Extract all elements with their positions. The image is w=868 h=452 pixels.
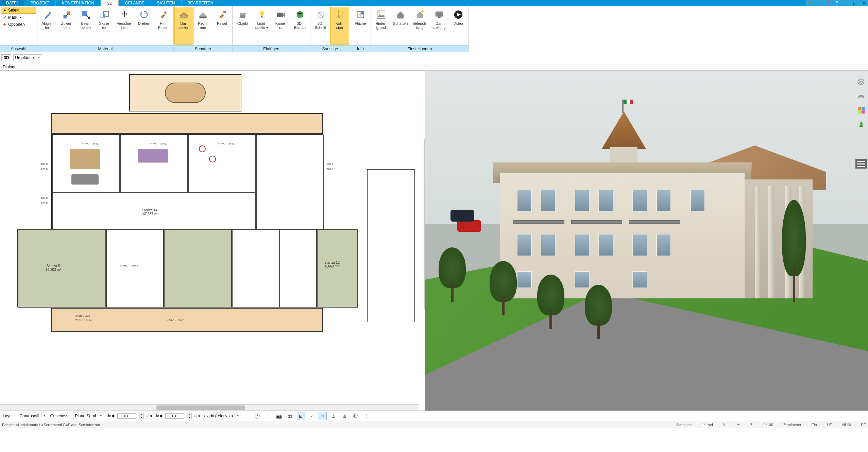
help-icon[interactable]: ❔ — [833, 0, 841, 6]
dx-spinner[interactable]: ▲▼ — [139, 413, 144, 419]
menu-3d[interactable]: 3D — [101, 0, 119, 6]
group-label-info: Info — [350, 45, 371, 52]
ribbon-abgreifen-button[interactable]: Abgrei-fen — [38, 7, 57, 45]
north-icon[interactable]: Ⓝ — [351, 412, 359, 420]
menu-sichten[interactable]: SICHTEN — [151, 0, 182, 6]
geschoss-combo[interactable]: Piano Semi▼ — [73, 413, 104, 419]
menu-bearbeiten[interactable]: BEARBEITEN — [182, 0, 220, 6]
ribbon-schatten2-button[interactable]: Schatten — [391, 7, 410, 45]
dy-spinner[interactable]: ▲▼ — [187, 413, 192, 419]
plus-icon: ✚ — [2, 22, 7, 27]
svg-rect-29 — [858, 107, 861, 110]
render-window — [598, 190, 613, 212]
selekt-label: Selekt — [8, 8, 19, 13]
floorplan-pane[interactable]: Stanza 14147,657 m² Stanza 519,803 m² HA… — [0, 71, 425, 411]
ribbon-video-button[interactable]: Video — [449, 7, 468, 45]
render-pane[interactable] — [425, 71, 868, 411]
zuweisen-icon — [61, 8, 73, 21]
tool-icon-3[interactable]: ❓ — [824, 0, 833, 6]
group-label-auswahl: Auswahl — [0, 45, 37, 52]
layer-combo[interactable]: Controsoffi▼ — [18, 413, 48, 419]
clock-icon[interactable]: 🕐 — [253, 412, 261, 420]
sub-toolbar: 3D Urgelände▼ — [0, 52, 868, 63]
ribbon-item-label: Schatten — [393, 21, 408, 25]
ribbon-skalieren-button[interactable]: Skalie-ren — [95, 7, 114, 45]
ribbon-darstellen-button[interactable]: Dar-stellen — [174, 7, 193, 45]
minimize-button[interactable]: ▁ — [841, 0, 850, 6]
color-palette-icon[interactable] — [856, 105, 866, 115]
ribbon-flaeche-button[interactable]: Fläche — [351, 7, 370, 45]
render-balcony — [513, 220, 564, 224]
snap-perp-icon[interactable]: ⊥ — [329, 412, 338, 420]
ribbon-kollision-button[interactable]: Kolli-sion — [330, 7, 349, 45]
selection-rectangle[interactable] — [367, 169, 415, 322]
layers-icon[interactable] — [856, 77, 866, 86]
svg-rect-7 — [165, 12, 167, 14]
tool-icon-2[interactable]: ⬚ — [815, 0, 824, 6]
ribbon-pinsel-button[interactable]: Pinsel — [212, 7, 232, 45]
dy-input[interactable] — [165, 413, 184, 419]
snap-face-icon[interactable]: ▱ — [319, 412, 327, 420]
snap-endpoint-icon[interactable]: ◣ — [297, 412, 305, 420]
svg-rect-17 — [341, 12, 343, 18]
maximize-button[interactable]: ▢ — [850, 0, 859, 6]
more-icon[interactable]: ⋮ — [362, 412, 370, 420]
ribbon-drehen-button[interactable]: Drehen — [135, 7, 154, 45]
menu-datei[interactable]: DATEI — [0, 0, 24, 6]
svg-point-22 — [421, 10, 424, 13]
ribbon-bearbeiten-button[interactable]: Bear-beiten — [76, 7, 95, 45]
ribbon-darstellung-button[interactable]: Dar-stellung — [430, 7, 449, 45]
menu-bar: DATEI PROJEKT KONSTRUKTION 3D GELÄNDE SI… — [0, 0, 868, 6]
svg-rect-14 — [277, 13, 283, 17]
svg-rect-11 — [239, 13, 246, 15]
layers-small-icon[interactable]: ▦ — [286, 412, 294, 420]
ribbon-beleuchtung-button[interactable]: Beleuch-tung — [410, 7, 429, 45]
mark-button[interactable]: ✔Mark.▼ — [1, 14, 36, 21]
coord-mode-combo[interactable]: dx,dy (relativ ka▼ — [203, 413, 241, 419]
camera-icon[interactable]: 📷 — [275, 412, 283, 420]
mode-3d-badge[interactable]: 3D — [1, 54, 11, 61]
terrain-combo[interactable]: Urgelände▼ — [13, 54, 42, 61]
ribbon-hintergrund-button[interactable]: Hinter-grund — [372, 7, 391, 45]
tree-icon[interactable] — [856, 120, 866, 129]
room-label-s14: Stanza 14 — [142, 208, 157, 212]
status-uf: UF — [827, 423, 832, 427]
darstellen-icon — [178, 8, 190, 21]
close-button[interactable]: ✕ — [859, 0, 868, 6]
scrollbar-thumb[interactable] — [156, 405, 245, 410]
dx-input[interactable] — [117, 413, 136, 419]
ribbon-rechnen-button[interactable]: Rech-nen — [193, 7, 212, 45]
selekt-button[interactable]: ➤Selekt — [1, 7, 36, 14]
video-icon — [452, 8, 464, 21]
render-car-dark — [450, 210, 474, 222]
ribbon-zuweisen-button[interactable]: Zuwei-sen — [57, 7, 76, 45]
menu-gelaende[interactable]: GELÄNDE — [119, 0, 151, 6]
snap-mid-icon[interactable]: ⟋ — [308, 412, 316, 420]
3d-render-viewport[interactable] — [425, 71, 868, 411]
ribbon-objekt-button[interactable]: Objekt — [233, 7, 252, 45]
menu-konstruktion[interactable]: KONSTRUKTION — [56, 0, 101, 6]
ribbon-item-label: Dar-stellen — [178, 21, 189, 30]
furniture-icon[interactable] — [856, 91, 866, 101]
menu-projekt[interactable]: PROJEKT — [24, 0, 55, 6]
grid-icon[interactable]: ⊞ — [340, 412, 348, 420]
ribbon-item-label: Kolli-sion — [336, 21, 344, 30]
ribbon-schnitt3d-button[interactable]: 3D-Schnitt — [311, 7, 330, 45]
room-area-s12: 8,663 m² — [325, 264, 339, 268]
render-window — [541, 234, 556, 256]
tool-icon-1[interactable]: ✖ — [806, 0, 815, 6]
ribbon-lichtquelle-button[interactable]: Licht-quelle ▾ — [252, 7, 271, 45]
ribbon-item-label: Hin.Pinsel — [158, 21, 168, 30]
panel-toggle-icon[interactable] — [855, 159, 867, 169]
ribbon-kamera-button[interactable]: Kame-ra — [271, 7, 290, 45]
ribbon-bitmap3d-button[interactable]: 3D-Bitmap — [290, 7, 309, 45]
chevron-down-icon: ▼ — [36, 56, 40, 59]
optionen-button[interactable]: ✚Optionen — [1, 21, 36, 28]
selection-icon[interactable]: ⬚ — [264, 412, 272, 420]
ribbon-hinpinsel-button[interactable]: Hin.Pinsel — [154, 7, 173, 45]
horizontal-scrollbar[interactable] — [0, 404, 419, 411]
render-balcony — [571, 220, 622, 224]
ribbon-verschieben-button[interactable]: Verschie-ben — [114, 7, 135, 45]
ribbon-group-auswahl: ➤Selekt ✔Mark.▼ ✚Optionen Auswahl — [0, 6, 37, 52]
terrain-value: Urgelände — [15, 55, 34, 60]
